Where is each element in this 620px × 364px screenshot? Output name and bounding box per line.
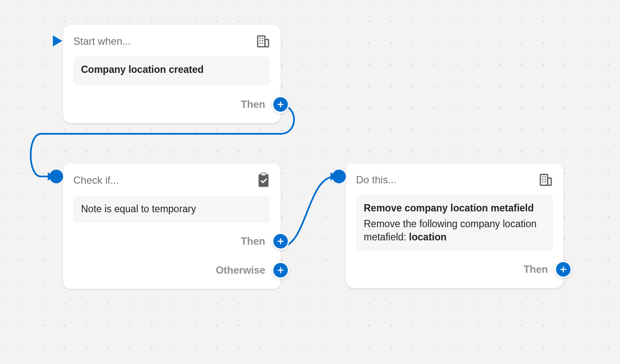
- card-header: Do this...: [356, 173, 553, 187]
- action-title: Remove company location metafield: [364, 202, 545, 215]
- add-then-button[interactable]: [272, 96, 289, 113]
- start-entry-marker: [51, 34, 64, 48]
- card-header-label: Do this...: [356, 174, 397, 186]
- add-otherwise-button[interactable]: [272, 262, 289, 279]
- then-label: Then: [524, 263, 548, 275]
- card-body: Note is equal to temporary: [73, 196, 270, 222]
- action-subtitle-bold: location: [409, 231, 446, 243]
- svg-rect-1: [265, 40, 269, 47]
- building-icon: [256, 34, 270, 49]
- add-then-button[interactable]: [555, 261, 572, 278]
- check-entry-dot: [49, 170, 63, 183]
- trigger-name: Company location created: [81, 63, 263, 76]
- card-header: Start when...: [73, 34, 270, 49]
- svg-rect-18: [548, 178, 551, 185]
- action-subtitle-text: Remove the following company location me…: [364, 218, 536, 243]
- svg-rect-12: [261, 173, 266, 175]
- action-entry-dot: [332, 170, 346, 183]
- then-label: Then: [241, 235, 265, 247]
- workflow-canvas[interactable]: Start when... Company location created T…: [0, 0, 620, 364]
- workflow-node-start[interactable]: Start when... Company location created T…: [63, 25, 281, 123]
- card-header-label: Check if...: [73, 174, 119, 186]
- workflow-node-action[interactable]: Do this... Remove company location metaf…: [346, 163, 563, 288]
- card-body: Remove company location metafield Remove…: [356, 195, 553, 251]
- action-subtitle: Remove the following company location me…: [364, 217, 545, 244]
- card-header: Check if...: [73, 173, 270, 188]
- clipboard-check-icon: [257, 173, 270, 188]
- svg-rect-0: [258, 36, 265, 47]
- svg-rect-17: [540, 174, 548, 185]
- building-icon: [539, 173, 553, 187]
- svg-rect-10: [258, 174, 268, 187]
- card-header-label: Start when...: [73, 35, 131, 47]
- card-body: Company location created: [73, 56, 270, 86]
- workflow-node-condition[interactable]: Check if... Note is equal to temporary T…: [63, 163, 281, 289]
- condition-text: Note is equal to temporary: [81, 202, 263, 216]
- otherwise-label: Otherwise: [216, 264, 265, 276]
- add-then-button[interactable]: [272, 233, 289, 250]
- then-label: Then: [241, 98, 265, 110]
